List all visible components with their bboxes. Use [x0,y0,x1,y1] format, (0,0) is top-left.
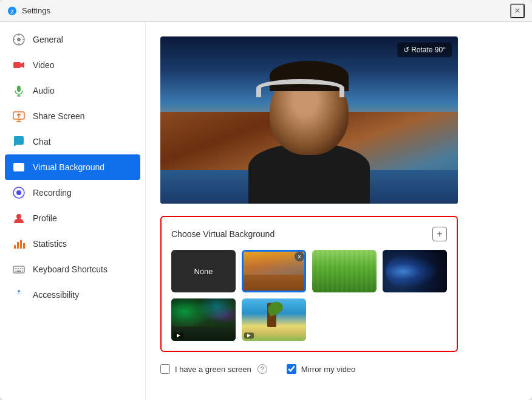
bg-none[interactable]: None [171,250,236,292]
sidebar-label-recording: Recording [33,188,72,198]
sidebar-item-statistics[interactable]: Statistics [0,231,145,257]
svg-text:Z: Z [10,9,14,15]
background-grid: None × [171,250,447,341]
sidebar-label-general: General [33,35,63,44]
svg-rect-10 [17,86,21,92]
help-icon[interactable]: ? [257,364,267,374]
bg-grass[interactable] [312,250,377,292]
content-area: General Video Audio Sha [0,22,532,400]
virtual-bg-icon [12,160,26,174]
bg-space[interactable] [383,250,447,292]
footer-options: I have a green screen ? Mirror my video [160,364,517,374]
window-title: Settings [22,6,50,15]
svg-point-35 [18,290,20,292]
svg-rect-25 [23,243,25,249]
svg-marker-9 [21,62,24,68]
recording-icon [12,186,26,199]
bg-aurora-video-badge [174,333,183,339]
green-screen-checkbox[interactable] [160,364,170,374]
svg-point-21 [16,214,21,219]
bg-none-label: None [194,267,213,276]
rotate-button[interactable]: ↺ Rotate 90° [397,43,452,57]
green-screen-option[interactable]: I have a green screen ? [160,364,267,374]
close-button[interactable]: × [510,4,525,18]
sidebar-item-audio[interactable]: Audio [0,78,145,103]
sidebar-item-video[interactable]: Video [0,52,145,78]
share-screen-icon [12,109,26,123]
sidebar-label-statistics: Statistics [33,239,67,249]
video-icon [12,58,26,72]
sidebar-label-video: Video [33,60,55,70]
preview-person [233,52,385,204]
mirror-video-label: Mirror my video [301,365,356,374]
app-icon: Z [7,6,17,16]
sidebar-label-chat: Chat [33,137,51,147]
choose-bg-title: Choose Virtual Background [171,229,275,239]
svg-rect-26 [13,266,24,273]
sidebar-label-accessibility: Accessibility [33,290,79,300]
svg-rect-8 [13,62,21,68]
sidebar-label-audio: Audio [33,86,55,95]
general-icon [12,33,26,46]
bg-space-image [383,250,447,292]
sidebar-label-share-screen: Share Screen [33,111,85,121]
audio-icon [12,84,26,97]
svg-rect-22 [14,245,16,249]
bg-grass-image [312,250,377,292]
video-preview: ↺ Rotate 90° [160,36,458,204]
svg-rect-24 [20,240,22,249]
sidebar-item-general[interactable]: General [0,27,145,52]
profile-icon [12,212,26,225]
sidebar-label-virtual-background: Virtual Background [33,162,104,172]
svg-rect-23 [17,242,19,249]
main-panel: ↺ Rotate 90° Choose Virtual Background +… [146,22,532,400]
svg-marker-36 [177,334,180,337]
bg-beach-video-badge [244,333,254,339]
choose-bg-header: Choose Virtual Background + [171,227,447,241]
sidebar-label-profile: Profile [33,213,57,223]
sidebar: General Video Audio Sha [0,22,146,400]
chat-icon [12,135,26,148]
svg-point-3 [17,38,21,41]
statistics-icon [12,237,26,250]
mirror-video-option[interactable]: Mirror my video [287,364,356,374]
mirror-video-checkbox[interactable] [287,364,296,374]
settings-window: Z Settings × General Video [0,0,532,400]
sidebar-item-profile[interactable]: Profile [0,205,145,231]
keyboard-icon [12,263,26,276]
svg-point-18 [16,165,18,167]
titlebar-left: Z Settings [7,6,50,16]
svg-point-20 [16,190,21,195]
choose-bg-section: Choose Virtual Background + None [160,216,458,352]
bg-beach[interactable] [242,298,306,341]
green-screen-label: I have a green screen [175,365,251,374]
sidebar-label-keyboard-shortcuts: Keyboard Shortcuts [33,264,107,274]
sidebar-item-recording[interactable]: Recording [0,180,145,205]
sidebar-item-chat[interactable]: Chat [0,129,145,154]
sidebar-item-virtual-background[interactable]: Virtual Background [5,154,140,180]
add-background-button[interactable]: + [432,227,447,241]
accessibility-icon [12,288,26,302]
sidebar-item-keyboard-shortcuts[interactable]: Keyboard Shortcuts [0,257,145,282]
bg-bridge-remove[interactable]: × [295,252,304,261]
svg-marker-37 [247,334,251,337]
bg-aurora[interactable] [171,298,236,341]
sidebar-item-share-screen[interactable]: Share Screen [0,103,145,129]
bg-bridge-wrapper: × [242,250,306,292]
titlebar: Z Settings × [0,0,532,22]
sidebar-item-accessibility[interactable]: Accessibility [0,282,145,308]
